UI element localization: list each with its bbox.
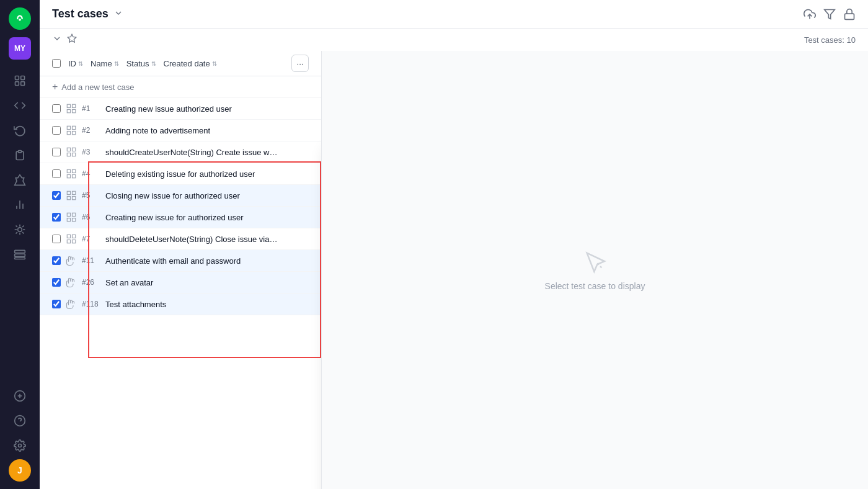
row-checkbox[interactable] [52, 300, 61, 308]
sidebar-item-code[interactable] [9, 94, 31, 117]
status-sort-icon: ⇅ [151, 60, 156, 67]
svg-rect-34 [67, 153, 70, 156]
sidebar: MY [0, 0, 40, 489]
col-date[interactable]: Created date ⇅ [164, 59, 217, 68]
svg-rect-13 [15, 258, 25, 259]
header-actions [804, 8, 856, 20]
svg-rect-28 [67, 126, 70, 129]
grid-icon [66, 125, 77, 136]
svg-point-10 [18, 228, 22, 232]
svg-rect-30 [67, 132, 70, 135]
svg-rect-25 [73, 104, 76, 107]
add-icon: + [52, 81, 58, 92]
svg-rect-51 [73, 240, 76, 243]
svg-rect-22 [845, 14, 854, 19]
sidebar-item-clipboard[interactable] [9, 144, 31, 166]
content-area: ID ⇅ Name ⇅ Status ⇅ Created date ⇅ ··· [40, 51, 868, 489]
col-name[interactable]: Name ⇅ [91, 59, 119, 68]
table-row[interactable]: #7 shouldDeleteUserNote(String) Close is… [40, 228, 321, 250]
row-checkbox[interactable] [52, 126, 61, 135]
sidebar-item-help[interactable] [9, 410, 31, 432]
svg-rect-24 [67, 104, 70, 107]
app-logo[interactable] [9, 7, 31, 30]
svg-rect-41 [73, 191, 76, 194]
col-id[interactable]: ID ⇅ [68, 59, 83, 68]
svg-rect-37 [73, 169, 76, 173]
sidebar-item-chart[interactable] [9, 194, 31, 216]
svg-rect-49 [73, 235, 76, 238]
sidebar-item-add[interactable] [9, 385, 31, 407]
svg-marker-23 [68, 34, 76, 42]
svg-rect-46 [67, 218, 70, 222]
col-status[interactable]: Status ⇅ [126, 59, 156, 68]
my-avatar[interactable]: MY [9, 37, 31, 60]
table-row[interactable]: #118 Test attachments [40, 294, 321, 315]
more-options-button[interactable]: ··· [291, 55, 309, 72]
date-sort-icon: ⇅ [212, 60, 217, 67]
user-avatar[interactable]: J [9, 459, 31, 482]
filter-icon[interactable] [823, 8, 836, 20]
svg-rect-38 [67, 175, 70, 178]
table-header: ID ⇅ Name ⇅ Status ⇅ Created date ⇅ ··· [40, 51, 321, 76]
svg-rect-47 [73, 218, 76, 222]
upload-icon[interactable] [804, 8, 816, 20]
row-checkbox[interactable] [52, 213, 61, 222]
table-row[interactable]: #3 shouldCreateUserNote(String) Create i… [40, 141, 321, 163]
table-row[interactable]: #11 Authenticate with email and password [40, 250, 321, 272]
title-chevron-icon[interactable] [113, 8, 123, 20]
select-all-checkbox[interactable] [52, 59, 61, 68]
svg-rect-45 [73, 213, 76, 216]
sidebar-item-bug[interactable] [9, 218, 31, 241]
sidebar-item-refresh[interactable] [9, 119, 31, 141]
test-case-list: #1 Creating new issue authorized user #2… [40, 98, 321, 489]
sidebar-item-settings[interactable] [9, 434, 31, 457]
table-row[interactable]: #6 Creating new issue for authorized use… [40, 207, 321, 228]
sidebar-item-rocket[interactable] [9, 169, 31, 191]
test-case-count: Test cases: 10 [804, 35, 856, 45]
svg-rect-50 [67, 240, 70, 243]
hand-icon [66, 255, 77, 266]
svg-rect-6 [19, 151, 22, 153]
star-icon[interactable] [67, 34, 77, 46]
svg-rect-35 [73, 153, 76, 156]
svg-rect-31 [73, 132, 76, 135]
left-panel: ID ⇅ Name ⇅ Status ⇅ Created date ⇅ ··· [40, 51, 322, 489]
svg-rect-42 [67, 197, 70, 200]
table-row[interactable]: #5 Closing new issue for authorized user [40, 185, 321, 207]
row-checkbox[interactable] [52, 191, 61, 200]
right-panel: Select test case to display [322, 51, 868, 489]
name-sort-icon: ⇅ [114, 60, 119, 67]
sidebar-item-dashboard[interactable] [9, 70, 31, 92]
svg-rect-11 [15, 250, 25, 253]
svg-rect-4 [16, 82, 19, 86]
lock-icon[interactable] [843, 8, 856, 20]
svg-rect-44 [67, 213, 70, 216]
svg-point-19 [19, 444, 22, 447]
table-row[interactable]: #26 Set an avatar [40, 272, 321, 294]
row-checkbox[interactable] [52, 278, 61, 287]
svg-rect-12 [15, 254, 25, 256]
main-content: Test cases Test cases: 10 [40, 0, 868, 489]
expand-icon[interactable] [52, 34, 62, 46]
row-checkbox[interactable] [52, 104, 61, 113]
table-row[interactable]: #1 Creating new issue authorized user [40, 98, 321, 120]
grid-icon [66, 146, 77, 158]
page-header: Test cases [40, 0, 868, 29]
row-checkbox[interactable] [52, 169, 61, 178]
svg-rect-29 [73, 126, 76, 129]
add-test-case-row[interactable]: + Add a new test case [40, 76, 321, 98]
row-checkbox[interactable] [52, 235, 61, 243]
svg-rect-27 [73, 110, 76, 113]
svg-rect-43 [73, 197, 76, 200]
table-row[interactable]: #2 Adding note to advertisement [40, 120, 321, 141]
svg-rect-33 [73, 148, 76, 151]
svg-rect-2 [16, 76, 19, 80]
svg-rect-32 [67, 148, 70, 151]
row-checkbox[interactable] [52, 256, 61, 265]
row-checkbox[interactable] [52, 148, 61, 156]
sidebar-item-storage[interactable] [9, 243, 31, 266]
grid-icon [66, 103, 77, 114]
table-row[interactable]: #4 Deleting existing issue for authorize… [40, 163, 321, 185]
hand-icon [66, 298, 77, 310]
cursor-icon [583, 249, 608, 274]
